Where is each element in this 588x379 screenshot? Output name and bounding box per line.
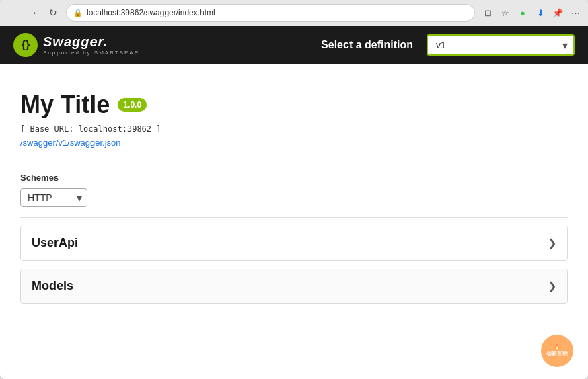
definition-select[interactable]: v1 — [427, 34, 575, 56]
models-header[interactable]: Models ❯ — [21, 269, 567, 303]
api-info: My Title 1.0.0 [ Base URL: localhost:398… — [20, 77, 568, 159]
schemes-select[interactable]: HTTP HTTPS — [20, 188, 87, 207]
models-title: Models — [32, 279, 73, 293]
swagger-logo-icon: {} — [13, 33, 38, 57]
url-input[interactable] — [87, 8, 468, 17]
swagger-logo: {} Swagger. Supported by SMARTBEAR — [13, 33, 139, 57]
swagger-logo-title: Swagger. — [43, 34, 139, 50]
extension2-button[interactable]: ⬇ — [533, 5, 548, 20]
api-version-badge: 1.0.0 — [118, 98, 147, 112]
lock-icon: 🔒 — [73, 9, 83, 17]
user-api-header[interactable]: UserApi ❯ — [21, 226, 567, 260]
bookmark-button[interactable]: ☆ — [498, 5, 513, 20]
models-section: Models ❯ — [20, 269, 568, 304]
back-button[interactable]: ← — [5, 5, 20, 20]
swagger-content: {} Swagger. Supported by SMARTBEAR Selec… — [0, 26, 588, 379]
swagger-header: {} Swagger. Supported by SMARTBEAR Selec… — [0, 26, 588, 64]
browser-actions: ⊡ ☆ ● ⬇ 📌 ⋯ — [480, 5, 583, 20]
address-bar: 🔒 — [66, 4, 475, 22]
browser-toolbar: ← → ↻ 🔒 ⊡ ☆ ● ⬇ 📌 ⋯ — [0, 0, 588, 26]
extension1-button[interactable]: ● — [515, 5, 530, 20]
swagger-logo-text: Swagger. Supported by SMARTBEAR — [43, 34, 139, 56]
swagger-icon-text: {} — [22, 39, 30, 51]
definition-label: Select a definition — [321, 39, 413, 51]
reload-button[interactable]: ↻ — [46, 5, 61, 20]
api-title-row: My Title 1.0.0 — [20, 91, 568, 119]
menu-button[interactable]: ⋯ — [568, 5, 583, 20]
forward-button[interactable]: → — [26, 5, 40, 20]
user-api-title: UserApi — [32, 236, 78, 250]
cast-button[interactable]: ⊡ — [480, 5, 495, 20]
schemes-select-wrapper: HTTP HTTPS — [20, 188, 87, 207]
models-chevron: ❯ — [548, 280, 556, 292]
schemes-section: Schemes HTTP HTTPS — [20, 159, 568, 218]
swagger-main: My Title 1.0.0 [ Base URL: localhost:398… — [0, 64, 588, 379]
api-json-link[interactable]: /swagger/v1/swagger.json — [20, 138, 121, 148]
api-title: My Title — [20, 91, 110, 119]
api-base-url: [ Base URL: localhost:39862 ] — [20, 124, 568, 134]
schemes-label: Schemes — [20, 173, 568, 183]
swagger-logo-sub: Supported by SMARTBEAR — [43, 50, 139, 56]
definition-select-wrapper: v1 — [427, 34, 575, 56]
extension3-button[interactable]: 📌 — [550, 5, 565, 20]
user-api-section: UserApi ❯ — [20, 226, 568, 261]
user-api-chevron: ❯ — [548, 237, 556, 249]
